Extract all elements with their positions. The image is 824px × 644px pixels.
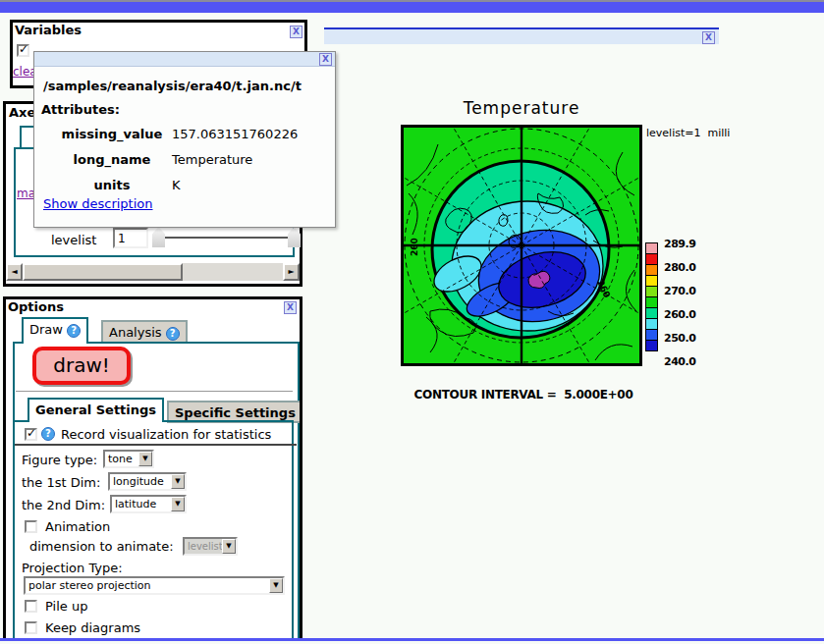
keep-diagrams-checkbox[interactable]: [25, 621, 37, 634]
record-visualization-label: Record visualization for statistics: [61, 427, 271, 442]
dim2-value: latitude: [112, 498, 159, 510]
contour-interval-note: CONTOUR INTERVAL = 5.000E+00: [401, 388, 646, 402]
animate-dim-select: levelist▼: [183, 537, 238, 556]
close-icon[interactable]: X: [319, 53, 332, 66]
plot-title: Temperature: [401, 98, 642, 118]
scrollbar-thumb[interactable]: [23, 263, 183, 281]
chevron-down-icon: ▼: [171, 497, 185, 511]
colorbar-label: 260.0: [664, 308, 695, 332]
colorbar: [645, 243, 658, 351]
variables-panel-title: Variables: [15, 23, 82, 37]
divider: [15, 444, 297, 446]
tab-draw-label: Draw: [29, 322, 63, 337]
projection-type-label: Projection Type:: [22, 561, 123, 575]
colorbar-label: 289.9: [664, 238, 695, 261]
dim2-label: the 2nd Dim:: [22, 498, 105, 512]
levelist-input[interactable]: [113, 228, 148, 248]
attribute-value: Temperature: [172, 152, 252, 167]
variable-path: /samples/reanalysis/era40/t.jan.nc/t: [43, 79, 302, 93]
projection-type-select[interactable]: polar stereo projection▼: [24, 576, 285, 595]
attribute-row: long_name Temperature: [34, 152, 335, 172]
attribute-value: 157.063151760226: [172, 127, 298, 141]
attribute-row: missing_value 157.063151760226: [34, 127, 335, 146]
levelist-label: levelist: [51, 233, 96, 247]
figure-type-value: tone: [105, 453, 136, 465]
variable-checkbox[interactable]: [17, 44, 29, 57]
colorbar-label: 240.0: [664, 355, 695, 379]
dim2-select[interactable]: latitude▼: [110, 495, 187, 513]
attribute-row: units K: [34, 178, 335, 197]
divider: [16, 391, 293, 392]
dim1-select[interactable]: longitude▼: [108, 472, 187, 491]
chevron-down-icon: ▼: [269, 578, 283, 593]
attribute-name: units: [48, 178, 176, 192]
help-icon[interactable]: ?: [67, 324, 81, 338]
temperature-map: 260 260: [401, 125, 642, 366]
close-icon[interactable]: X: [702, 31, 715, 44]
draw-button[interactable]: draw!: [32, 347, 131, 385]
chevron-down-icon: ▼: [222, 539, 236, 554]
plot-annotation: levelist=1 milli: [646, 127, 730, 139]
pile-up-label: Pile up: [45, 599, 87, 614]
close-icon[interactable]: X: [290, 26, 302, 38]
help-icon[interactable]: ?: [166, 327, 180, 341]
attribute-popup: X /samples/reanalysis/era40/t.jan.nc/t A…: [33, 51, 336, 228]
figure-type-label: Figure type:: [22, 453, 97, 467]
popup-titlebar[interactable]: [34, 52, 335, 67]
tab-general-settings[interactable]: General Settings: [27, 398, 164, 422]
animate-dim-label: dimension to animate:: [29, 539, 174, 554]
colorbar-segment: [645, 340, 658, 351]
scroll-left-icon[interactable]: ◄: [6, 263, 23, 281]
chevron-down-icon: ▼: [171, 474, 185, 489]
window-bottom-bar: [0, 638, 824, 641]
close-icon[interactable]: X: [284, 301, 297, 314]
window-top-bar: [0, 0, 824, 13]
attributes-heading: Attributes:: [41, 102, 120, 117]
attribute-name: long_name: [48, 152, 176, 167]
animation-label: Animation: [45, 519, 110, 534]
dim1-value: longitude: [110, 475, 167, 488]
animate-dim-value: levelist: [185, 541, 222, 552]
application-window: Variables X clear Axes manual levelist ◄…: [0, 0, 824, 644]
contour-label-left: 260: [410, 238, 419, 256]
attribute-value: K: [172, 178, 181, 192]
levelist-slider-track[interactable]: [155, 237, 293, 239]
animation-checkbox[interactable]: [25, 520, 37, 533]
colorbar-label: 280.0: [664, 261, 695, 285]
colorbar-labels: 289.9280.0270.0260.0250.0240.0: [664, 238, 695, 379]
chevron-down-icon: ▼: [138, 452, 152, 466]
colorbar-label: 270.0: [664, 285, 695, 308]
attribute-name: missing_value: [48, 127, 176, 141]
result-panel-titlebar: X: [324, 27, 719, 44]
dim1-label: the 1st Dim:: [22, 475, 100, 490]
options-panel-title: Options: [8, 299, 64, 314]
projection-type-value: polar stereo projection: [26, 579, 154, 592]
help-icon[interactable]: ?: [41, 427, 55, 441]
keep-diagrams-label: Keep diagrams: [45, 620, 140, 635]
show-description-link[interactable]: Show description: [43, 196, 153, 211]
options-panel: Options X Draw ? Analysis ? draw! Genera…: [3, 296, 302, 638]
scroll-right-icon[interactable]: ►: [283, 263, 300, 281]
horizontal-scrollbar[interactable]: ◄ ►: [6, 263, 300, 281]
pile-up-checkbox[interactable]: [25, 600, 37, 613]
tab-analysis[interactable]: Analysis ?: [101, 320, 188, 344]
record-visualization-checkbox[interactable]: [25, 428, 37, 441]
tab-draw[interactable]: Draw ?: [22, 317, 88, 344]
tab-analysis-label: Analysis: [109, 325, 162, 340]
figure-type-select[interactable]: tone▼: [103, 450, 154, 468]
colorbar-label: 250.0: [664, 332, 695, 355]
